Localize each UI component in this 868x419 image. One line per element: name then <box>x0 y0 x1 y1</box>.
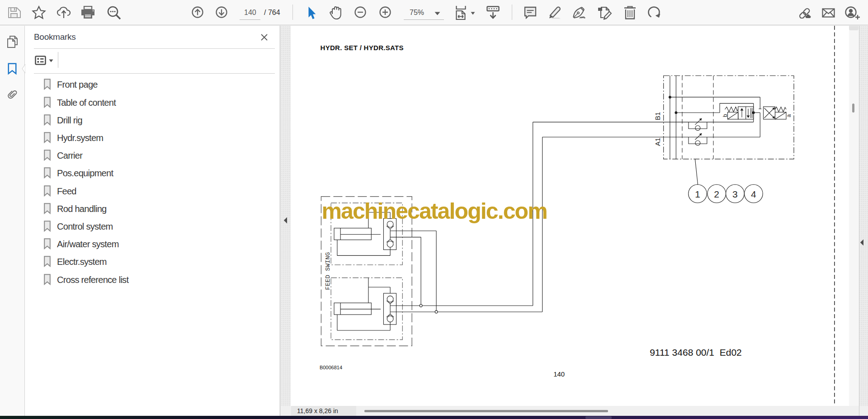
svg-text:a: a <box>785 114 792 118</box>
svg-text:B1: B1 <box>653 112 661 120</box>
svg-text:2: 2 <box>714 189 719 199</box>
svg-text:4: 4 <box>751 189 756 199</box>
svg-text:1: 1 <box>695 189 700 199</box>
svg-text:A1: A1 <box>653 138 661 146</box>
svg-text:FEED SWING: FEED SWING <box>325 252 331 290</box>
svg-text:9111 3468 00/1 Ed02: 9111 3468 00/1 Ed02 <box>650 347 742 358</box>
svg-text:b: b <box>722 114 728 117</box>
svg-text:B0006814: B0006814 <box>319 365 342 370</box>
svg-text:140: 140 <box>553 370 565 378</box>
svg-text:machinecatalogic.com: machinecatalogic.com <box>321 198 547 224</box>
svg-text:HYDR. SET / HYDR.SATS: HYDR. SET / HYDR.SATS <box>320 44 403 52</box>
svg-text:3: 3 <box>732 189 738 199</box>
